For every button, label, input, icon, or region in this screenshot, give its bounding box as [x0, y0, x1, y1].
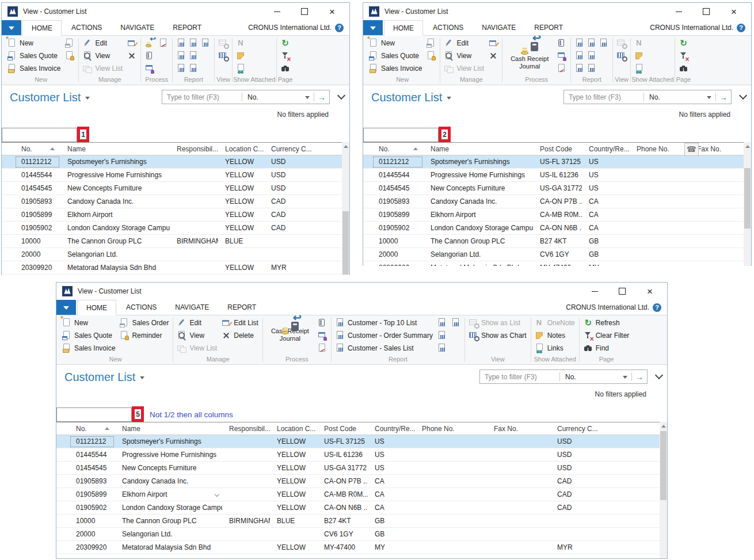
customer-row[interactable]: 01905899 Elkhorn Airport CA-MB R0M... CA: [363, 208, 751, 222]
show-as-chart-button[interactable]: Show as Chart: [467, 329, 528, 342]
sales-quote-button[interactable]: Sales Quote: [60, 329, 117, 342]
delete-button[interactable]: [487, 49, 500, 62]
sales-quote-button[interactable]: Sales Quote: [367, 49, 424, 62]
show-as-list-button[interactable]: Show as List: [467, 317, 528, 329]
column-header[interactable]: Post Code: [533, 142, 582, 155]
customer-row[interactable]: 01905902 London Candoxy Storage Campus C…: [363, 222, 751, 235]
quick-filter-input[interactable]: [2, 128, 77, 142]
app-menu-icon[interactable]: [56, 300, 76, 315]
scroll-up-icon[interactable]: [744, 142, 751, 151]
title-bar[interactable]: View - Customer List ×: [56, 283, 667, 300]
contact-button[interactable]: [143, 49, 156, 62]
links-button[interactable]: Links: [534, 342, 577, 355]
page-title[interactable]: Customer List: [64, 371, 144, 384]
reminder-button[interactable]: [425, 49, 437, 62]
customer-row[interactable]: 01121212 Spotsmeyer's Furnishings YELLOW…: [2, 155, 349, 169]
reminder-button[interactable]: Reminder: [118, 329, 170, 342]
customer-button[interactable]: [316, 329, 329, 342]
sales-invoice-button[interactable]: Sales Invoice: [6, 62, 62, 75]
column-header[interactable]: Name: [115, 422, 222, 435]
customer-row[interactable]: 01445544 Progressive Home Furnishings YE…: [56, 448, 667, 462]
column-header[interactable]: Fax No.: [487, 422, 550, 435]
scroll-up-icon[interactable]: [342, 142, 349, 151]
app-menu-icon[interactable]: [2, 20, 21, 35]
customer-row[interactable]: 01905893 Candoxy Canada Inc. YELLOW CA-O…: [56, 475, 667, 488]
refresh-button[interactable]: ↻: [677, 37, 690, 49]
clear-filter-button[interactable]: ×: [677, 49, 690, 62]
help-icon[interactable]: ?: [653, 303, 661, 312]
sales-order-button[interactable]: [63, 37, 76, 49]
customer-row[interactable]: 10000 The Cannon Group PLC B27 4KT GB: [363, 235, 751, 248]
go-arrow-icon[interactable]: →: [632, 372, 647, 382]
report-button[interactable]: [175, 49, 212, 62]
find-button[interactable]: [677, 62, 690, 75]
report-button[interactable]: [573, 62, 610, 75]
customer-row[interactable]: 10000 The Cannon Group PLC BIRMINGHAM BL…: [2, 235, 349, 248]
customer-row[interactable]: 01905902 London Candoxy Storage Campus Y…: [56, 501, 667, 515]
column-header[interactable]: Responsibil...: [222, 422, 270, 435]
chart-button[interactable]: [555, 62, 568, 75]
customer-row[interactable]: 01445544 Progressive Home Furnishings US…: [363, 169, 751, 182]
sales-order-button[interactable]: [425, 37, 437, 49]
links-button[interactable]: [235, 62, 247, 75]
new-button[interactable]: *New: [60, 317, 117, 329]
filter-input[interactable]: Type to filter (F3): [564, 93, 643, 101]
customer-row[interactable]: 01905893 Candoxy Canada Inc. CA-ON P7B .…: [363, 195, 751, 208]
column-header[interactable]: Currency C...: [550, 422, 667, 435]
tab-navigate[interactable]: NAVIGATE: [112, 20, 163, 35]
app-menu-icon[interactable]: [363, 20, 383, 35]
report-button[interactable]: [436, 342, 448, 355]
page-title[interactable]: Customer List: [10, 91, 90, 104]
clear-filter-button[interactable]: ×Clear Filter: [582, 329, 631, 342]
reminder-button[interactable]: [63, 49, 76, 62]
view-button[interactable]: View: [81, 49, 124, 62]
scrollbar-thumb[interactable]: [744, 168, 751, 228]
close-button[interactable]: ×: [642, 285, 658, 298]
find-button[interactable]: Find: [582, 342, 631, 355]
show-as-list-button[interactable]: [217, 37, 230, 49]
minimize-button[interactable]: [587, 285, 603, 298]
page-title[interactable]: Customer List: [371, 91, 451, 104]
view-list-button[interactable]: View List: [176, 342, 219, 355]
report-button[interactable]: [175, 37, 212, 49]
edit-button[interactable]: Edit: [176, 317, 219, 329]
column-header[interactable]: Phone No.: [630, 142, 690, 155]
vertical-scrollbar[interactable]: [744, 142, 751, 266]
notes-button[interactable]: [235, 49, 247, 62]
show-as-chart-button[interactable]: [615, 49, 628, 62]
customer-row[interactable]: 20000 Selangorian Ltd.: [2, 248, 349, 261]
customer-row[interactable]: 20000 Selangorian Ltd. CV6 1GY GB: [363, 248, 751, 261]
edit-list-button[interactable]: Edit List: [220, 317, 260, 329]
column-header[interactable]: Location C...: [270, 422, 317, 435]
edit-button[interactable]: Edit: [443, 37, 486, 49]
row-dropdown-icon[interactable]: [215, 492, 219, 497]
quick-filter-input[interactable]: [56, 407, 132, 422]
scroll-up-icon[interactable]: [660, 422, 667, 431]
customer-row[interactable]: 20309920 Metatorad Malaysia Sdn Bhd YELL…: [2, 261, 349, 275]
contact-button[interactable]: [555, 37, 568, 49]
new-button[interactable]: *New: [6, 37, 62, 49]
sales-invoice-button[interactable]: Sales Invoice: [60, 342, 117, 355]
report-button[interactable]: [175, 62, 212, 75]
cash-receipt-journal-button[interactable]: ↩ Cash Receipt Journal: [265, 317, 315, 355]
view-list-button[interactable]: View List: [443, 62, 486, 75]
find-button[interactable]: [279, 62, 292, 75]
customer-row[interactable]: 01454545 New Concepts Furniture YELLOW U…: [2, 182, 349, 195]
filter-input[interactable]: Type to filter (F3): [480, 373, 559, 381]
vertical-scrollbar[interactable]: [342, 142, 349, 275]
column-header[interactable]: Name: [424, 142, 533, 155]
vertical-scrollbar[interactable]: [660, 422, 667, 559]
minimize-button[interactable]: [671, 5, 687, 18]
customer-row[interactable]: 01121212 Spotsmeyer's Furnishings YELLOW…: [56, 435, 667, 448]
collapse-chevron-icon[interactable]: [655, 371, 663, 379]
column-header[interactable]: Currency C...: [264, 142, 349, 155]
go-arrow-icon[interactable]: →: [314, 93, 329, 102]
column-header[interactable]: Post Code: [317, 422, 368, 435]
column-header-no[interactable]: No.: [69, 422, 115, 435]
notes-button[interactable]: Notes: [534, 329, 577, 342]
customer-button[interactable]: [143, 62, 156, 75]
customer-row[interactable]: 01905893 Candoxy Canada Inc. YELLOW CAD: [2, 195, 349, 208]
tab-actions[interactable]: ACTIONS: [424, 20, 472, 35]
view-button[interactable]: View: [443, 49, 486, 62]
close-button[interactable]: ×: [324, 5, 340, 18]
